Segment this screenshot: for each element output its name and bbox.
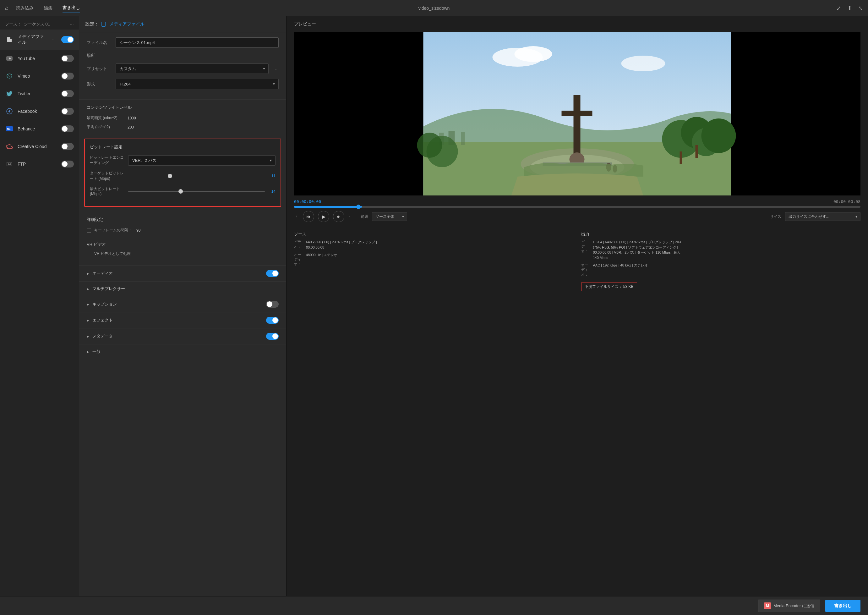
sidebar-toggle-youtube[interactable] (61, 55, 74, 62)
sidebar-toggle-ftp[interactable] (61, 161, 74, 167)
send-to-encoder-button[interactable]: M Media Encoder に送信 (758, 599, 820, 612)
sidebar-toggle-creative-cloud[interactable] (61, 143, 74, 150)
accordion-audio-header[interactable]: ▶ オーディオ (87, 265, 279, 281)
right-panel: プレビュー (287, 16, 868, 596)
preset-select[interactable]: カスタム (115, 64, 269, 74)
sidebar-toggle-media-file[interactable] (61, 36, 74, 43)
accordion-metadata-header[interactable]: ▶ メタデータ (87, 328, 279, 344)
accordion-metadata-label: メタデータ (92, 333, 263, 339)
max-bitrate-value: 14 (268, 189, 276, 194)
ftp-icon (5, 160, 14, 169)
target-bitrate-slider[interactable] (128, 176, 265, 176)
source-video-detail: ビデ オ： 640 x 360 (1.0) | 23.976 fps | プログ… (294, 239, 573, 250)
max-bitrate-slider[interactable] (128, 191, 265, 192)
timecode-current: 00:00:00:00 (294, 199, 321, 204)
settings-header: 設定： メディアファイル (79, 16, 286, 32)
source-col: ソース ビデ オ： 640 x 360 (1.0) | 23.976 fps |… (294, 231, 573, 291)
sidebar-toggle-facebook[interactable] (61, 108, 74, 115)
bitrate-section: ビットレート設定 ビットレートエンコーディング VBR、2 パス ▼ ターゲット… (84, 139, 281, 207)
nav-import[interactable]: 読み込み (16, 3, 34, 13)
accordion-caption: ▶ キャプション (79, 296, 286, 312)
vr-checkbox-row: VR ビデオとして処理 (87, 251, 279, 256)
accordion-caption-chevron-icon: ▶ (87, 303, 89, 306)
sidebar-item-behance[interactable]: Be Behance (0, 120, 79, 137)
preset-label: プリセット (87, 66, 112, 72)
step-back-button[interactable]: ⏮ (303, 211, 314, 222)
accordion-multiplexer-header[interactable]: ▶ マルチプレクサー (87, 282, 279, 296)
sidebar-item-ftp[interactable]: FTP (0, 155, 79, 173)
accordion-effect-toggle[interactable] (266, 317, 279, 324)
sidebar-item-youtube[interactable]: YouTube (0, 50, 79, 67)
nav-edit[interactable]: 編集 (44, 3, 53, 13)
playback-controls: 〈 ⏮ ▶ ⏭ 〉 範囲 ソース全体 ワークエリア ▼ サイズ (294, 211, 860, 222)
accordion-general-header[interactable]: ▶ 一般 (87, 345, 279, 359)
media-file-header-icon (101, 21, 107, 27)
source-label: ソース： (5, 21, 21, 27)
max-bitrate-slider-container: 14 (128, 189, 276, 194)
output-audio-detail: オーディオ： AAC | 192 Kbps | 48 kHz | ステレオ (581, 263, 861, 277)
sidebar-item-facebook[interactable]: Facebook (0, 103, 79, 120)
range-row: 〈 ⏮ ▶ ⏭ 〉 範囲 ソース全体 ワークエリア ▼ サイズ (294, 211, 860, 222)
sidebar-toggle-twitter[interactable] (61, 90, 74, 97)
advanced-title: 詳細設定 (87, 217, 279, 223)
step-forward-button[interactable]: ⏭ (333, 211, 344, 222)
scrubber[interactable] (294, 206, 860, 208)
filename-input[interactable]: シーケンス 01.mp4 (115, 37, 279, 48)
settings-dest: メディアファイル (109, 21, 145, 27)
output-video-value: H.264 | 640x360 (1.0) | 23.976 fps | プログ… (593, 239, 681, 260)
vr-section: VR ビデオ VR ビデオとして処理 (79, 242, 286, 265)
source-audio-detail: オーディオ： 48000 Hz | ステレオ (294, 252, 573, 267)
size-select-wrapper: 出力サイズに合わせす... フレームサイズに合わせる ▼ (785, 212, 860, 221)
size-select[interactable]: 出力サイズに合わせす... フレームサイズに合わせる (785, 212, 860, 221)
preset-dots[interactable]: ··· (275, 66, 279, 71)
twitter-icon (5, 89, 14, 98)
accordion-effect-header[interactable]: ▶ エフェクト (87, 312, 279, 328)
export-icon[interactable]: ⬆ (847, 5, 852, 12)
svg-rect-7 (102, 22, 105, 27)
svg-rect-19 (573, 95, 581, 158)
source-audio-value: 48000 Hz | ステレオ (306, 252, 337, 267)
sidebar-item-dots-media[interactable]: ··· (52, 37, 56, 42)
accordion-audio-chevron-icon: ▶ (87, 272, 89, 275)
vr-title: VR ビデオ (87, 242, 279, 247)
range-select[interactable]: ソース全体 ワークエリア (372, 212, 407, 221)
keyframe-checkbox[interactable] (87, 228, 91, 233)
sidebar-item-media-file[interactable]: メディアファイル ··· (0, 30, 79, 50)
accordion-caption-header[interactable]: ▶ キャプション (87, 297, 279, 312)
output-video-detail: ビ デ オ： H.264 | 640x360 (1.0) | 23.976 fp… (581, 239, 861, 260)
facebook-icon (5, 107, 14, 116)
media-file-icon (5, 35, 14, 44)
format-select[interactable]: H.264 (115, 79, 279, 89)
preview-title: プレビュー (294, 21, 316, 27)
svg-text:V: V (8, 75, 10, 78)
sidebar-item-label-ftp: FTP (17, 162, 58, 167)
sidebar-item-creative-cloud[interactable]: Creative Cloud (0, 137, 79, 155)
file-size-box: 予測ファイルサイズ： 53 KB (581, 283, 637, 291)
minimize-icon[interactable]: ⤡ (858, 5, 863, 12)
play-button[interactable]: ▶ (318, 211, 329, 222)
bitrate-encoding-select[interactable]: VBR、2 パス (128, 155, 276, 165)
location-row: 場所 (87, 53, 279, 58)
accordion-multiplexer: ▶ マルチプレクサー (79, 281, 286, 296)
max-bitrate-row: 最大ビットレート (Mbps) 14 (90, 186, 276, 196)
maximize-icon[interactable]: ⤢ (836, 5, 841, 12)
nav-export[interactable]: 書き出し (62, 3, 80, 13)
sidebar-toggle-vimeo[interactable] (61, 73, 74, 80)
home-icon[interactable]: ⌂ (5, 5, 8, 11)
accordion-audio-toggle[interactable] (266, 270, 279, 277)
vr-checkbox-label: VR ビデオとして処理 (94, 251, 131, 256)
max-bitrate-label: 最大ビットレート (Mbps) (90, 186, 125, 196)
source-header-dots[interactable]: ··· (70, 21, 74, 27)
accordion-metadata-toggle[interactable] (266, 333, 279, 340)
keyframe-label: キーフレームの間隔： (94, 228, 132, 233)
sidebar-item-vimeo[interactable]: V Vimeo (0, 67, 79, 85)
sidebar-item-twitter[interactable]: Twitter (0, 85, 79, 103)
window-title: video_sizedown (418, 6, 450, 11)
filename-section: ファイル名 シーケンス 01.mp4 場所 プリセット カスタム ▼ ··· 形… (79, 32, 286, 99)
sidebar-toggle-behance[interactable] (61, 125, 74, 132)
vr-checkbox[interactable] (87, 252, 91, 256)
accordion-effect-label: エフェクト (92, 317, 263, 323)
accordion-caption-toggle[interactable] (266, 301, 279, 308)
accordion-general-label: 一般 (92, 349, 279, 354)
export-button[interactable]: 書き出し (825, 600, 860, 612)
